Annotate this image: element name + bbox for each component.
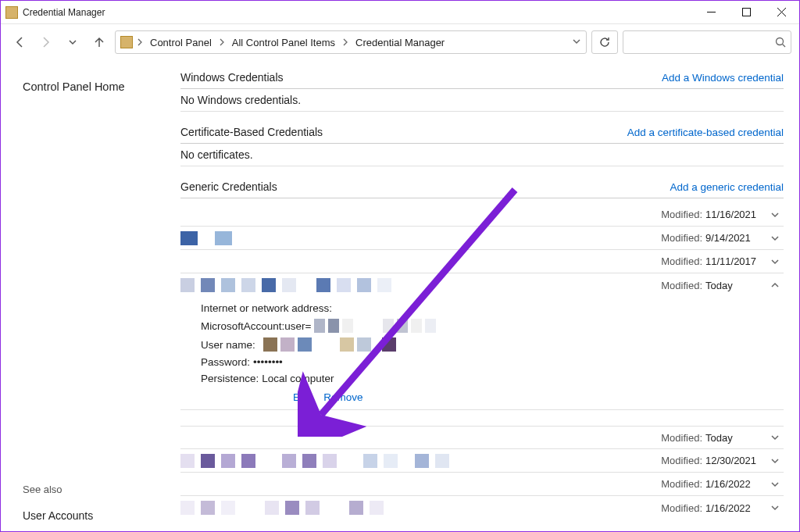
modified-date: Today: [705, 280, 762, 291]
chevron-down-icon: [770, 503, 780, 512]
window-title: Credential Manager: [23, 7, 694, 18]
modified-date: 11/16/2021: [705, 209, 762, 220]
breadcrumb-control-panel[interactable]: Control Panel: [147, 35, 215, 50]
address-label: Internet or network address:: [201, 302, 332, 314]
main-content: Windows Credentials Add a Windows creden…: [180, 60, 799, 532]
remove-link[interactable]: Remove: [323, 391, 362, 403]
chevron-down-icon: [770, 257, 780, 266]
password-value: ••••••••: [253, 356, 283, 368]
cert-credentials-empty: No certificates.: [180, 148, 784, 166]
cert-credentials-heading: Certificate-Based Credentials: [180, 126, 627, 138]
windows-credentials-heading: Windows Credentials: [180, 71, 662, 84]
modified-label: Modified:: [661, 432, 702, 444]
address-value-prefix: MicrosoftAccount:user=: [201, 320, 311, 332]
persistence-value: Local computer: [262, 373, 334, 384]
modified-date: Today: [705, 432, 762, 444]
chevron-up-icon: [770, 280, 780, 290]
modified-date: 1/16/2022: [705, 478, 762, 490]
credential-row[interactable]: Modified: 9/14/2021: [180, 227, 784, 250]
modified-label: Modified:: [661, 232, 702, 244]
recent-locations-button[interactable]: [62, 31, 84, 53]
user-accounts-link[interactable]: User Accounts: [23, 509, 180, 522]
credential-row[interactable]: Modified: 1/16/2022: [180, 496, 784, 520]
credential-row-expanded[interactable]: Modified: Today: [180, 273, 784, 297]
chevron-right-icon: [341, 37, 349, 48]
modified-label: Modified:: [661, 280, 702, 291]
generic-credentials-heading: Generic Credentials: [180, 180, 670, 193]
modified-label: Modified:: [661, 209, 702, 220]
refresh-button[interactable]: [591, 30, 618, 54]
edit-link[interactable]: Edit: [293, 391, 311, 403]
breadcrumb-all-items[interactable]: All Control Panel Items: [229, 35, 338, 50]
username-label: User name:: [201, 339, 255, 351]
chevron-down-icon: [770, 210, 780, 220]
chevron-right-icon: [218, 37, 226, 48]
back-button[interactable]: [9, 31, 30, 53]
svg-rect-1: [743, 9, 751, 16]
control-panel-home-link[interactable]: Control Panel Home: [23, 80, 180, 93]
credential-details: Internet or network address: MicrosoftAc…: [180, 297, 784, 410]
navigation-toolbar: Control Panel All Control Panel Items Cr…: [1, 24, 799, 60]
address-bar[interactable]: Control Panel All Control Panel Items Cr…: [115, 30, 587, 54]
persistence-label: Persistence:: [201, 373, 259, 384]
search-input[interactable]: [623, 30, 791, 54]
modified-date: 9/14/2021: [705, 232, 762, 244]
minimize-button[interactable]: [694, 1, 729, 23]
add-windows-credential-link[interactable]: Add a Windows credential: [662, 72, 784, 84]
search-icon: [775, 37, 786, 48]
credential-row[interactable]: Modified: 12/30/2021: [180, 449, 784, 473]
modified-date: 12/30/2021: [705, 455, 762, 466]
chevron-right-icon: [136, 37, 144, 48]
modified-label: Modified:: [661, 478, 702, 490]
see-also-label: See also: [23, 484, 180, 495]
credential-row[interactable]: Modified: 1/16/2022: [180, 473, 784, 496]
svg-line-5: [783, 45, 786, 48]
chevron-down-icon: [770, 480, 780, 489]
window-titlebar: Credential Manager: [1, 1, 799, 24]
app-icon: [5, 6, 18, 19]
up-button[interactable]: [88, 31, 110, 53]
modified-date: 11/11/2017: [705, 255, 762, 267]
address-history-button[interactable]: [572, 37, 581, 48]
maximize-button[interactable]: [729, 1, 764, 23]
modified-date: 1/16/2022: [705, 502, 762, 514]
credential-row[interactable]: Modified: 11/11/2017: [180, 250, 784, 273]
windows-credentials-empty: No Windows credentials.: [180, 94, 784, 112]
add-cert-credential-link[interactable]: Add a certificate-based credential: [627, 127, 784, 138]
chevron-down-icon: [770, 433, 780, 442]
breadcrumb-credential-manager[interactable]: Credential Manager: [352, 35, 448, 50]
modified-label: Modified:: [661, 502, 702, 514]
modified-label: Modified:: [661, 255, 702, 267]
add-generic-credential-link[interactable]: Add a generic credential: [670, 181, 784, 193]
credential-row[interactable]: Modified: 11/16/2021: [180, 203, 784, 227]
sidebar: Control Panel Home See also User Account…: [1, 60, 180, 532]
credential-row[interactable]: Modified: Today: [180, 426, 784, 449]
chevron-down-icon: [770, 456, 780, 466]
svg-point-4: [777, 38, 784, 45]
password-label: Password:: [201, 356, 250, 368]
chevron-down-icon: [770, 234, 780, 243]
forward-button[interactable]: [35, 31, 57, 53]
location-icon: [120, 36, 133, 48]
close-button[interactable]: [764, 1, 799, 23]
modified-label: Modified:: [661, 455, 702, 466]
